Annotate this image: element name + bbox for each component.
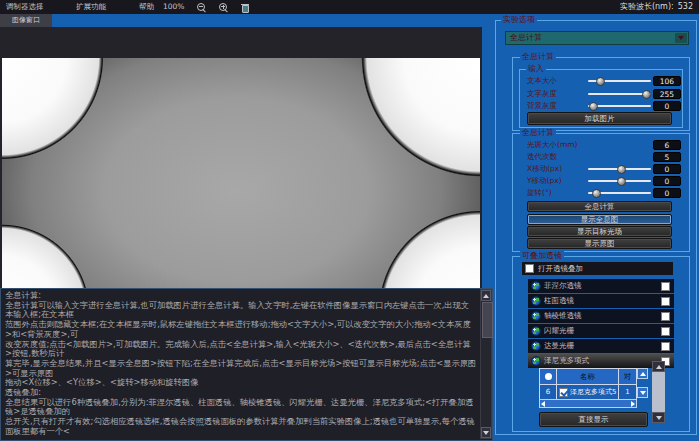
holography-group-2-label: 全息计算 [520,128,556,138]
zoom-out-icon[interactable] [197,3,206,12]
lens-item-dammann-grating[interactable]: 达曼光栅 [528,339,674,353]
lens-item-label: 菲涅尔透镜 [544,281,661,291]
text-size-value[interactable]: 106 [653,76,681,86]
menu-help[interactable]: 帮助 [139,0,154,14]
scroll-up-icon[interactable] [481,290,491,301]
show-original-button[interactable]: 显示原图 [527,238,672,249]
x-move-value[interactable]: 0 [653,164,681,174]
mode-combobox[interactable]: 全息计算 [505,31,689,45]
lens-item-fresnel[interactable]: 菲涅尔透镜 [528,279,674,293]
text-gray-slider[interactable] [588,93,651,95]
x-move-row: X移动(px) 0 [527,164,683,174]
text-gray-value[interactable]: 255 [653,89,681,99]
lens-checkbox[interactable] [661,282,670,291]
iterations-value[interactable]: 5 [653,152,681,162]
x-move-label: X移动(px) [527,164,562,174]
zoom-in-icon[interactable] [219,3,228,12]
lens-checkbox[interactable] [661,342,670,351]
rotation-row: 旋转(°) 0 [527,188,683,198]
input-group-label: 输入 [526,64,546,74]
scroll-down-icon[interactable] [637,387,648,398]
scroll-down-icon[interactable] [481,427,491,438]
spot-size-label: 光斑大小(mm) [527,140,577,150]
slider-handle[interactable] [589,102,598,111]
lens-checkbox[interactable] [661,312,670,321]
rotation-slider[interactable] [588,192,651,194]
spot-size-value[interactable]: 6 [653,140,681,150]
scrollbar-track[interactable] [652,372,665,412]
slider-handle[interactable] [617,177,626,186]
slider-handle[interactable] [617,165,626,174]
mode-combobox-value: 全息计算 [510,32,542,44]
background-gray-row: 背景灰度 0 [527,101,683,111]
trash-icon[interactable] [241,3,249,12]
scroll-right-icon[interactable] [631,401,635,407]
scroll-left-icon[interactable] [541,401,545,407]
lens-icon [531,311,541,321]
lens-item-cylindrical[interactable]: 柱面透镜 [528,294,674,308]
lens-overlay-master-row[interactable]: 打开透镜叠加 [522,262,673,275]
row-name: 泽尼克多项式5 [570,387,616,397]
lens-item-label: 闪耀光栅 [544,326,661,336]
help-scrollbar-thumb[interactable] [482,302,493,338]
y-move-value[interactable]: 0 [653,176,681,186]
lens-table: 名称 对 6 泽尼克多项式5 1 [539,368,637,400]
text-size-label: 文本大小 [527,76,557,86]
lens-item-blazed-grating[interactable]: 闪耀光栅 [528,324,674,338]
direct-show-button[interactable]: 直接显示 [539,412,648,427]
load-image-button[interactable]: 加载图片 [527,112,672,125]
lens-group-scrollbar[interactable] [652,361,665,423]
text-size-row: 文本大小 106 [527,76,683,86]
scroll-up-icon[interactable] [652,361,665,372]
menu-modulator-select[interactable]: 调制器选择 [6,0,44,14]
scroll-down-icon[interactable] [652,412,665,423]
lens-item-label: 轴棱锥透镜 [544,311,661,321]
lens-overlay-group-label: 可叠加透镜 [520,251,564,261]
rotation-value[interactable]: 0 [653,188,681,198]
lens-checkbox[interactable] [661,297,670,306]
spot-size-row: 光斑大小(mm) 6 [527,140,683,150]
lens-icon [531,281,541,291]
lens-item-axicon[interactable]: 轴棱锥透镜 [528,309,674,323]
text-size-slider[interactable] [588,80,651,82]
lens-icon [531,356,541,366]
lens-icon [531,341,541,351]
wavelength-value: 532 [678,2,693,11]
table-v-scrollbar[interactable] [637,368,648,398]
slider-handle[interactable] [596,77,605,86]
tab-image-window[interactable]: 图像窗口 [0,14,52,27]
holography-group-1-label: 全息计算 [520,52,556,62]
y-move-label: Y移动(px) [527,176,562,186]
row-index: 6 [540,385,557,399]
background-gray-label: 背景灰度 [527,101,557,111]
radio-icon [545,373,552,380]
calc-hologram-button[interactable]: 全息计算 [527,201,672,212]
col3-header: 对 [619,369,636,384]
scroll-up-icon[interactable] [637,368,648,379]
help-scrollbar[interactable] [480,289,492,439]
slider-handle[interactable] [642,90,651,99]
name-column-header: 名称 [557,369,619,384]
zoom-level-indicator: 100% [163,0,184,14]
help-text: 全息计算: 全息计算可以输入文字进行全息计算,也可加载图片进行全息计算。输入文字… [5,291,477,437]
x-move-slider[interactable] [588,168,651,170]
background-gray-slider[interactable] [588,105,651,107]
background-gray-value[interactable]: 0 [653,101,681,111]
row-name-cell: 泽尼克多项式5 [557,385,619,399]
lens-icon [531,326,541,336]
table-h-scrollbar[interactable] [539,399,637,408]
lens-table-row[interactable]: 6 泽尼克多项式5 1 [540,384,636,399]
row-checkbox[interactable] [559,388,568,397]
image-display-frame [0,27,482,289]
slider-handle[interactable] [592,189,601,198]
lens-icon [531,296,541,306]
y-move-slider[interactable] [588,180,651,182]
lens-checkbox[interactable] [661,327,670,336]
show-target-field-button[interactable]: 显示目标光场 [527,226,672,237]
hologram-image[interactable] [2,58,480,312]
menu-extensions[interactable]: 扩展功能 [76,0,106,14]
lens-overlay-checkbox[interactable] [525,264,534,273]
show-hologram-button[interactable]: 显示全息图 [527,214,672,225]
chevron-down-icon[interactable] [675,33,687,43]
iterations-label: 迭代次数 [527,152,557,162]
